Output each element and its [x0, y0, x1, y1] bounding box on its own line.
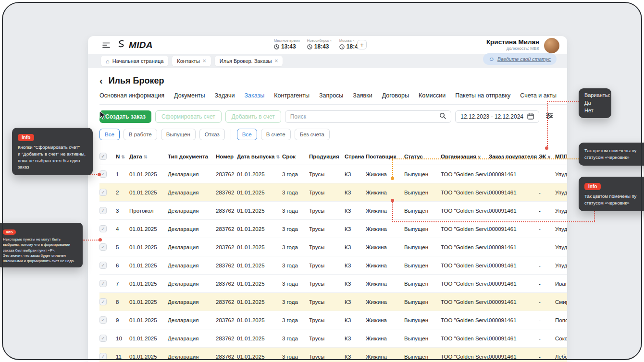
- row-checkbox[interactable]: ✓: [99, 189, 107, 196]
- table-row[interactable]: ✓1001.01.2025Декларация28376201.01.20253…: [99, 329, 567, 348]
- cell-status: Выпущен: [404, 202, 441, 220]
- row-checkbox[interactable]: ✓: [99, 280, 107, 287]
- tab-item[interactable]: Договоры: [382, 92, 409, 99]
- cell-number: 283762: [216, 220, 237, 238]
- tab-item[interactable]: Основная информация: [99, 92, 164, 99]
- cell-term: 3 года: [282, 329, 309, 348]
- table-row[interactable]: ✓401.01.2025Декларация28376201.01.20253 …: [99, 220, 567, 238]
- cell-type: Декларация: [168, 238, 216, 256]
- column-header-type: Тип документа: [168, 148, 216, 165]
- column-header-supplier: Поставщик: [366, 148, 404, 165]
- tab-item[interactable]: Заказы: [245, 92, 265, 99]
- column-header-n[interactable]: N⇅: [116, 148, 129, 165]
- toolbar: Создать заказ Сформировать счет Добавить…: [99, 110, 567, 123]
- cell-n: 8: [116, 293, 129, 311]
- status-pill[interactable]: ☺ Введите свой статус: [483, 53, 557, 65]
- breadcrumb-item[interactable]: ⌂Начальная страница: [101, 56, 168, 66]
- breadcrumb-item[interactable]: Контакты×: [172, 56, 211, 66]
- column-header-date[interactable]: Дата⇅: [129, 148, 168, 165]
- column-header-issue[interactable]: Дата выпуска⇅: [237, 148, 282, 165]
- menu-icon[interactable]: [102, 42, 110, 48]
- status-input-link[interactable]: Введите свой статус: [497, 56, 551, 62]
- logo-text: MIDA: [129, 40, 153, 50]
- row-checkbox[interactable]: ✓: [99, 243, 107, 251]
- info-badge: Info: [3, 229, 16, 235]
- mouse-cursor-icon: [99, 110, 106, 122]
- avatar[interactable]: [544, 38, 559, 53]
- filter-chip[interactable]: Все: [237, 129, 257, 140]
- table-row[interactable]: ✓601.01.2025Декларация28376201.01.20253 …: [99, 256, 567, 275]
- clock-icon: [274, 44, 279, 49]
- table-row[interactable]: ✓501.01.2025Декларация28376201.01.20253 …: [99, 238, 567, 256]
- filter-settings-button[interactable]: [543, 110, 556, 123]
- connector-line: [392, 158, 579, 159]
- cell-supplier: Жижина: [366, 293, 404, 311]
- tab-item[interactable]: Документы: [174, 92, 205, 99]
- cell-supplier: Жижина: [366, 348, 404, 362]
- cell-org: ТОО "Golden Servi...: [441, 220, 489, 238]
- cell-ek: -: [539, 183, 555, 202]
- user-info[interactable]: Кристина Милая должность: МВК: [486, 38, 539, 51]
- search-icon[interactable]: [439, 112, 446, 121]
- sort-icon[interactable]: ⇅: [276, 155, 280, 159]
- calendar-icon[interactable]: [527, 113, 534, 121]
- table-row[interactable]: ✓101.01.2025Декларация28376201.01.20253 …: [99, 165, 567, 183]
- search-input[interactable]: [290, 113, 439, 120]
- add-timezone-button[interactable]: +: [357, 40, 367, 49]
- row-checkbox[interactable]: ✓: [99, 262, 107, 269]
- add-to-invoice-button[interactable]: Добавить в счет: [225, 110, 281, 123]
- row-checkbox[interactable]: ✓: [99, 353, 107, 360]
- close-timezone-icon[interactable]: ×: [352, 38, 355, 43]
- table-row[interactable]: ✓1101.01.2025Декларация28376201.01.20253…: [99, 348, 567, 362]
- row-checkbox[interactable]: ✓: [99, 335, 107, 342]
- tab-item[interactable]: Контрагенты: [274, 92, 310, 99]
- tab-item[interactable]: Задачи: [215, 92, 235, 99]
- breadcrumb-item[interactable]: Илья Брокер. Заказы×: [215, 56, 283, 66]
- cell-issue: 01.01.2025: [237, 220, 282, 238]
- cell-supplier: Жижина: [366, 183, 404, 202]
- sort-icon[interactable]: ⇅: [144, 155, 148, 159]
- row-checkbox[interactable]: ✓: [99, 316, 107, 324]
- create-order-button[interactable]: Создать заказ: [99, 110, 151, 123]
- cell-type: Декларация: [168, 220, 216, 238]
- table-row[interactable]: ✓801.01.2025Декларация28376201.01.20253 …: [99, 293, 567, 311]
- column-header-ek[interactable]: ЭК∨: [539, 148, 555, 165]
- column-header-status: Статус: [404, 148, 441, 165]
- tab-item[interactable]: Счета и акты: [520, 92, 557, 99]
- filter-chip[interactable]: Без счета: [295, 129, 330, 140]
- filter-chip[interactable]: В счете: [261, 129, 291, 140]
- select-all-checkbox[interactable]: ✓: [99, 153, 107, 160]
- cell-n: 6: [116, 256, 129, 275]
- tab-item[interactable]: Пакеты на отправку: [455, 92, 510, 99]
- back-button[interactable]: ‹: [99, 76, 103, 85]
- close-timezone-icon[interactable]: ×: [330, 38, 332, 43]
- column-header-org[interactable]: Организация∨: [441, 148, 489, 165]
- tab-item[interactable]: Комиссии: [419, 92, 446, 99]
- cell-status: Выпущен: [404, 329, 441, 348]
- tab-item[interactable]: Запросы: [319, 92, 343, 99]
- cell-date: 01.01.2025: [129, 238, 168, 256]
- row-checkbox[interactable]: ✓: [99, 225, 107, 232]
- form-invoice-button[interactable]: Сформировать счет: [155, 110, 222, 123]
- table-row[interactable]: ✓901.01.2025Декларация28376201.01.20253 …: [99, 311, 567, 329]
- search-box[interactable]: [285, 110, 451, 123]
- filter-chip[interactable]: Отказ: [199, 129, 225, 140]
- filter-chip[interactable]: Выпущен: [161, 129, 196, 140]
- tab-item[interactable]: Заявки: [353, 92, 372, 99]
- table-row[interactable]: ✓701.01.2025Декларация28376201.01.20253 …: [99, 275, 567, 293]
- filter-chip[interactable]: Все: [99, 129, 120, 140]
- cell-buyer: 000091461: [489, 311, 539, 329]
- date-range-value: 12.12.2023 - 12.12.2024: [460, 113, 523, 120]
- cell-n: 3: [116, 202, 129, 220]
- close-tab-icon[interactable]: ×: [274, 58, 278, 64]
- sort-icon[interactable]: ⇅: [121, 155, 125, 159]
- filter-chip[interactable]: В работе: [124, 129, 157, 140]
- table-row[interactable]: ✓201.01.2025Декларация28376201.01.20253 …: [99, 183, 567, 202]
- close-tab-icon[interactable]: ×: [203, 58, 206, 64]
- row-checkbox[interactable]: ✓: [99, 207, 107, 214]
- annotation-variants: Варианты: Да Нет: [579, 88, 611, 118]
- table-row[interactable]: ✓3ПротоколДекларация28376201.01.20253 го…: [99, 202, 567, 220]
- cell-product: Трусы: [309, 238, 345, 256]
- date-range-picker[interactable]: 12.12.2023 - 12.12.2024: [455, 110, 539, 123]
- row-checkbox[interactable]: ✓: [99, 298, 107, 305]
